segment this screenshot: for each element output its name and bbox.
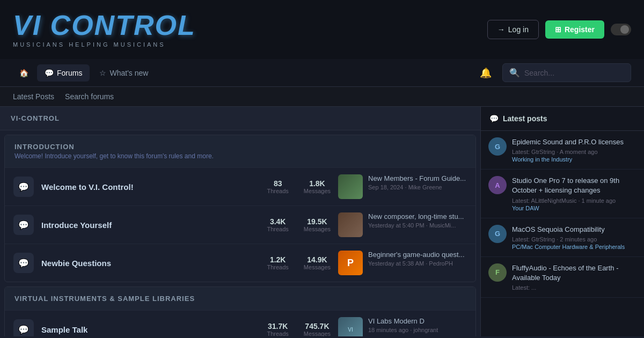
post-title-3[interactable]: FluffyAudio - Echoes of the Earth - Avai… <box>512 263 636 283</box>
stat-threads-welcome: 83 Threads <box>267 179 289 194</box>
latest-title-introduce[interactable]: New composer, long-time stu... <box>368 212 467 221</box>
stat-messages-introduce: 19.5K Messages <box>304 217 331 232</box>
category-virtual-title: VIRTUAL INSTRUMENTS & SAMPLE LIBRARIES <box>14 295 466 303</box>
post-meta-3: Latest: ... <box>512 284 636 291</box>
toolbar: Latest Posts Search forums <box>0 87 644 107</box>
latest-info-newbie: Beginner's game-audio quest... Yesterday… <box>368 251 467 267</box>
nav-forums[interactable]: 💬 Forums <box>37 64 90 82</box>
latest-info-welcome: New Members - Forum Guide... Sep 18, 202… <box>368 174 467 190</box>
avatar-1: A <box>488 176 507 194</box>
forum-row-welcome: 💬 Welcome to V.I. Control! 83 Threads 1.… <box>5 167 475 205</box>
stat-messages-newbie: 14.9K Messages <box>304 255 331 270</box>
latest-title-sample-talk[interactable]: VI Labs Modern D <box>368 317 467 325</box>
forum-latest-introduce: New composer, long-time stu... Yesterday… <box>338 212 467 237</box>
latest-posts-link[interactable]: Latest Posts <box>13 92 54 101</box>
search-input[interactable] <box>524 69 624 77</box>
register-button[interactable]: ⊞ Register <box>545 20 604 39</box>
category-introduction-desc: Welcome! Introduce yourself, get to know… <box>14 152 466 160</box>
logo: VI CONTROL MUSICIANS HELPING MUSICIANS <box>13 11 196 48</box>
latest-post-item-2[interactable]: G MacOS Sequoia Compatibility Latest: Gt… <box>481 218 644 257</box>
avatar-3: F <box>488 263 507 282</box>
post-content-1: Studio One Pro 7 to release on 9th Octob… <box>512 176 636 211</box>
nav-whats-new[interactable]: ☆ What's new <box>92 64 156 82</box>
category-introduction-header: INTRODUCTION Welcome! Introduce yourself… <box>5 135 475 167</box>
forum-info-introduce: Introduce Yourself <box>41 221 260 230</box>
post-title-1[interactable]: Studio One Pro 7 to release on 9th Octob… <box>512 176 636 195</box>
register-icon: ⊞ <box>555 25 561 34</box>
category-introduction: INTRODUCTION Welcome! Introduce yourself… <box>4 135 476 282</box>
forums-content: VI-CONTROL INTRODUCTION Welcome! Introdu… <box>0 107 480 336</box>
post-sub-1: Your DAW <box>512 205 636 211</box>
forum-latest-sample-talk: VI VI Labs Modern D 18 minutes ago · joh… <box>338 317 467 336</box>
latest-meta-sample-talk: 18 minutes ago · johngrant <box>368 327 467 333</box>
latest-info-introduce: New composer, long-time stu... Yesterday… <box>368 212 467 229</box>
forum-icon-introduce: 💬 <box>13 215 34 235</box>
forum-info-welcome: Welcome to V.I. Control! <box>41 182 260 192</box>
star-icon: ☆ <box>99 69 106 77</box>
forums-icon: 💬 <box>45 69 54 77</box>
post-content-3: FluffyAudio - Echoes of the Earth - Avai… <box>512 263 636 291</box>
search-icon: 🔍 <box>509 68 520 78</box>
forum-info-newbie: Newbie Questions <box>41 259 260 268</box>
latest-thumb-sample-talk: VI <box>338 317 363 336</box>
sidebar: 💬 Latest posts G Epidemic Sound and P.R.… <box>480 107 644 336</box>
forum-stats-introduce: 3.4K Threads 19.5K Messages <box>267 217 331 232</box>
home-icon: 🏠 <box>19 69 28 77</box>
nav-home[interactable]: 🏠 <box>13 64 35 82</box>
forum-latest-newbie: P Beginner's game-audio quest... Yesterd… <box>338 251 467 275</box>
chat-icon: 💬 <box>489 114 499 123</box>
forum-stats-sample-talk: 31.7K Threads 745.7K Messages <box>267 322 331 336</box>
main-layout: VI-CONTROL INTRODUCTION Welcome! Introdu… <box>0 107 644 336</box>
category-virtual-header: VIRTUAL INSTRUMENTS & SAMPLE LIBRARIES <box>5 287 475 310</box>
logo-tagline: MUSICIANS HELPING MUSICIANS <box>13 41 196 48</box>
forum-row-introduce: 💬 Introduce Yourself 3.4K Threads 19.5K … <box>5 205 475 244</box>
forum-name-sample-talk[interactable]: Sample Talk <box>41 325 260 334</box>
post-content-2: MacOS Sequoia Compatibility Latest: GtrS… <box>512 225 636 250</box>
latest-thumb-welcome <box>338 174 363 199</box>
forum-latest-welcome: New Members - Forum Guide... Sep 18, 202… <box>338 174 467 199</box>
latest-post-item-3[interactable]: F FluffyAudio - Echoes of the Earth - Av… <box>481 257 644 298</box>
post-meta-0: Latest: GtrString · A moment ago <box>512 149 636 155</box>
forum-icon-newbie: 💬 <box>13 253 34 273</box>
avatar-0: G <box>488 137 507 156</box>
notifications-bell[interactable]: 🔔 <box>475 63 496 83</box>
forum-info-sample-talk: Sample Talk <box>41 325 260 334</box>
latest-title-newbie[interactable]: Beginner's game-audio quest... <box>368 251 467 259</box>
forum-name-newbie[interactable]: Newbie Questions <box>41 259 260 268</box>
post-title-0[interactable]: Epidemic Sound and P.R.O licenses <box>512 137 636 147</box>
latest-post-item-0[interactable]: G Epidemic Sound and P.R.O licenses Late… <box>481 131 644 170</box>
forum-stats-newbie: 1.2K Threads 14.9K Messages <box>267 255 331 270</box>
post-meta-1: Latest: ALittleNightMusic · 1 minute ago <box>512 197 636 204</box>
forum-row-newbie: 💬 Newbie Questions 1.2K Threads 14.9K Me… <box>5 244 475 282</box>
stat-messages-welcome: 1.8K Messages <box>304 179 331 194</box>
latest-meta-newbie: Yesterday at 5:38 AM · PedroPH <box>368 260 467 267</box>
latest-title-welcome[interactable]: New Members - Forum Guide... <box>368 174 467 182</box>
nav-right: 🔔 🔍 <box>475 63 631 83</box>
site-header: VI CONTROL MUSICIANS HELPING MUSICIANS →… <box>0 0 644 59</box>
search-forums-link[interactable]: Search forums <box>65 92 114 101</box>
nav-left: 🏠 💬 Forums ☆ What's new <box>13 64 156 82</box>
post-meta-2: Latest: GtrString · 2 minutes ago <box>512 236 636 243</box>
header-actions: → Log in ⊞ Register <box>487 20 631 39</box>
theme-toggle-button[interactable] <box>611 24 631 35</box>
post-sub-0: Working in the Industry <box>512 156 636 163</box>
latest-info-sample-talk: VI Labs Modern D 18 minutes ago · johngr… <box>368 317 467 333</box>
forum-name-welcome[interactable]: Welcome to V.I. Control! <box>41 182 260 192</box>
login-button[interactable]: → Log in <box>487 20 539 39</box>
search-box: 🔍 <box>502 63 631 82</box>
latest-meta-introduce: Yesterday at 5:40 PM · MusicMi... <box>368 222 467 229</box>
category-introduction-title: INTRODUCTION <box>14 143 466 151</box>
forum-row-sample-talk: 💬 Sample Talk 31.7K Threads 745.7K Messa… <box>5 310 475 336</box>
latest-thumb-introduce <box>338 212 363 237</box>
latest-meta-welcome: Sep 18, 2024 · Mike Greene <box>368 184 467 190</box>
logo-text: VI CONTROL <box>13 11 196 39</box>
forum-icon-welcome: 💬 <box>13 177 34 197</box>
post-content-0: Epidemic Sound and P.R.O licenses Latest… <box>512 137 636 163</box>
main-nav: 🏠 💬 Forums ☆ What's new 🔔 🔍 <box>0 59 644 87</box>
stat-threads-introduce: 3.4K Threads <box>267 217 289 232</box>
latest-thumb-newbie: P <box>338 251 363 275</box>
latest-post-item-1[interactable]: A Studio One Pro 7 to release on 9th Oct… <box>481 170 644 218</box>
sidebar-title: 💬 Latest posts <box>481 107 644 131</box>
forum-name-introduce[interactable]: Introduce Yourself <box>41 221 260 230</box>
post-title-2[interactable]: MacOS Sequoia Compatibility <box>512 225 636 234</box>
